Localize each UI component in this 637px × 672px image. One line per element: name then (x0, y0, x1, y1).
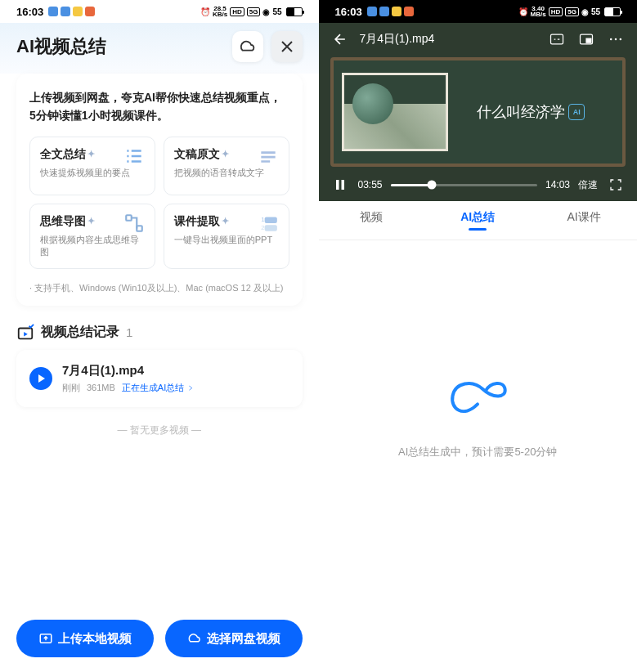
quote-lines-icon (258, 146, 279, 167)
intro-card: 上传视频到网盘，夸克AI帮你快速总结视频重点，5分钟读懂1小时视频课件。 全文总… (16, 74, 303, 306)
record-item[interactable]: 7月4日(1).mp4 刚刚 361MB 正在生成AI总结 ﹥ (16, 350, 303, 407)
tabs: 视频 AI总结 AI课件 (319, 201, 638, 240)
video-frame[interactable]: 什么叫经济学 AI (330, 57, 626, 167)
signal-5g: 5G (247, 7, 261, 16)
fullscreen-button[interactable] (606, 175, 626, 195)
video-caption: 什么叫经济学 AI (448, 102, 615, 122)
upload-local-button[interactable]: 上传本地视频 (16, 620, 154, 657)
wifi-icon: ◉ (581, 7, 589, 16)
feature-mindmap[interactable]: 思维导图✦ 根据视频内容生成思维导图 (29, 204, 155, 269)
tab-ai-summary[interactable]: AI总结 (424, 201, 531, 240)
records-title: 视频总结记录 (41, 324, 119, 341)
page-header: AI视频总结 (0, 23, 319, 74)
pip-button[interactable] (576, 29, 596, 49)
video-record-icon (16, 324, 34, 342)
intro-text: 上传视频到网盘，夸克AI帮你快速总结视频重点，5分钟读懂1小时视频课件。 (29, 88, 289, 125)
ai-badge-icon: AI (568, 104, 585, 120)
svg-rect-2 (264, 217, 276, 223)
progress-bar[interactable] (391, 184, 537, 186)
status-bar: 16:03 ⏰ 3.40MB/s HD 5G ◉ 55 (319, 0, 638, 23)
svg-rect-8 (551, 34, 563, 44)
records-count: 1 (126, 325, 132, 339)
svg-rect-14 (336, 180, 339, 190)
record-filename: 7月4日(1).mp4 (62, 363, 289, 379)
video-title: 7月4日(1).mp4 (360, 32, 538, 47)
slides-icon: 1.2. (258, 213, 279, 234)
pause-button[interactable] (330, 175, 350, 195)
close-button[interactable] (271, 31, 303, 62)
svg-text:1.: 1. (261, 216, 266, 223)
video-player: 7月4日(1).mp4 什么叫经济学 AI 03:55 (319, 23, 638, 201)
battery-text: 55 (591, 7, 600, 16)
play-icon (29, 367, 52, 390)
feature-transcript[interactable]: 文稿原文✦ 把视频的语音转成文字 (164, 137, 289, 195)
battery-text: 55 (272, 7, 281, 16)
select-cloud-button[interactable]: 选择网盘视频 (165, 620, 303, 657)
current-time: 03:55 (358, 179, 383, 190)
wifi-icon: ◉ (262, 7, 270, 16)
feature-full-summary[interactable]: 全文总结✦ 快速提炼视频里的要点 (29, 137, 155, 195)
svg-rect-0 (126, 215, 132, 221)
record-status: 正在生成AI总结 ﹥ (122, 382, 195, 394)
record-meta: 刚刚 361MB 正在生成AI总结 ﹥ (62, 382, 289, 394)
video-thumbnail (342, 73, 448, 151)
mindmap-icon (123, 213, 145, 234)
tab-video[interactable]: 视频 (319, 201, 425, 240)
battery-icon (604, 7, 621, 16)
alarm-icon: ⏰ (200, 7, 210, 16)
signal-5g: 5G (565, 7, 579, 16)
svg-point-13 (620, 38, 622, 41)
page-title: AI视频总结 (16, 34, 224, 59)
svg-text:2.: 2. (261, 223, 266, 231)
status-time: 16:03 (16, 6, 43, 18)
cloud-sync-button[interactable] (232, 31, 263, 62)
app-indicators (48, 7, 95, 16)
svg-point-11 (610, 38, 612, 41)
speed-button[interactable]: 倍速 (578, 178, 598, 192)
loading-text: AI总结生成中，预计需要5-20分钟 (398, 445, 557, 459)
support-note: · 支持手机、Windows (Win10及以上)、Mac (macOS 12 … (29, 282, 289, 294)
network-rate: 3.40MB/s (531, 6, 546, 17)
no-more-text: — 暂无更多视频 — (0, 423, 319, 437)
total-time: 14:03 (545, 179, 570, 190)
tab-ai-slides[interactable]: AI课件 (531, 201, 637, 240)
phone-right: 16:03 ⏰ 3.40MB/s HD 5G ◉ 55 7月4日(1).mp4 (319, 0, 638, 672)
svg-rect-3 (264, 225, 276, 231)
alarm-icon: ⏰ (518, 7, 528, 16)
svg-point-12 (615, 38, 617, 41)
feature-slides[interactable]: 课件提取✦ 一键导出视频里面的PPT 1.2. (164, 204, 289, 269)
loading-area: AI总结生成中，预计需要5-20分钟 (319, 240, 638, 459)
list-icon (123, 146, 145, 167)
hd-badge: HD (549, 7, 563, 16)
loading-loop-icon (445, 371, 510, 420)
status-bar: 16:03 ⏰ 28.5KB/s HD 5G ◉ 55 (0, 0, 319, 23)
battery-icon (286, 7, 303, 16)
caption-button[interactable] (547, 29, 567, 49)
svg-rect-10 (586, 38, 591, 43)
network-rate: 28.5KB/s (213, 6, 227, 17)
more-button[interactable] (606, 29, 626, 49)
records-header: 视频总结记录 1 (16, 324, 303, 342)
back-button[interactable] (330, 29, 350, 49)
svg-rect-15 (341, 180, 344, 190)
status-time: 16:03 (335, 6, 362, 18)
hd-badge: HD (230, 7, 244, 16)
app-indicators (367, 7, 414, 16)
phone-left: 16:03 ⏰ 28.5KB/s HD 5G ◉ 55 AI视频总结 上传视频到 (0, 0, 319, 672)
